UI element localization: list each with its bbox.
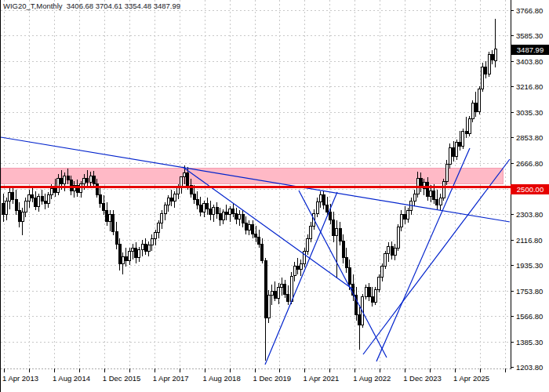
candle[interactable]	[342, 234, 344, 263]
candle[interactable]	[252, 220, 254, 238]
candle[interactable]	[381, 263, 384, 281]
candle[interactable]	[264, 258, 267, 361]
candle[interactable]	[141, 240, 144, 256]
price-chart-canvas[interactable]	[1, 0, 549, 392]
candle[interactable]	[436, 190, 438, 209]
candle[interactable]	[271, 285, 273, 306]
trendline[interactable]	[299, 191, 387, 358]
candle[interactable]	[80, 181, 82, 198]
candle[interactable]	[203, 201, 205, 217]
candle[interactable]	[474, 92, 477, 117]
candle[interactable]	[413, 190, 416, 206]
candle[interactable]	[319, 191, 322, 208]
candle[interactable]	[235, 208, 238, 224]
candle[interactable]	[465, 117, 467, 138]
candle[interactable]	[459, 131, 461, 151]
candle[interactable]	[31, 188, 34, 202]
candle[interactable]	[368, 283, 370, 301]
candle[interactable]	[391, 241, 393, 260]
candle[interactable]	[132, 244, 134, 260]
candle[interactable]	[122, 252, 124, 274]
candle[interactable]	[449, 143, 451, 169]
candle[interactable]	[170, 190, 173, 206]
chart-window[interactable]: WIG20_T,Monthly 3406.68 3704.61 3354.48 …	[0, 0, 549, 392]
candle[interactable]	[400, 210, 402, 231]
candle[interactable]	[5, 198, 8, 220]
candle[interactable]	[384, 251, 387, 269]
candle[interactable]	[229, 206, 231, 222]
candle[interactable]	[482, 63, 484, 92]
candle[interactable]	[333, 212, 335, 242]
trendline[interactable]	[265, 192, 337, 365]
candle[interactable]	[281, 278, 283, 296]
candle[interactable]	[442, 179, 445, 201]
candle[interactable]	[352, 274, 354, 301]
candle[interactable]	[216, 202, 218, 219]
candle[interactable]	[274, 281, 276, 301]
candle[interactable]	[365, 285, 367, 300]
candle[interactable]	[106, 202, 108, 226]
candle[interactable]	[326, 197, 329, 216]
candle[interactable]	[293, 262, 296, 281]
candle[interactable]	[164, 202, 166, 220]
candle[interactable]	[21, 208, 24, 236]
candle[interactable]	[345, 248, 347, 273]
candle[interactable]	[41, 190, 43, 205]
candle[interactable]	[468, 116, 471, 137]
candle[interactable]	[394, 244, 396, 260]
candle[interactable]	[112, 210, 115, 235]
candle[interactable]	[9, 187, 11, 209]
candle[interactable]	[115, 222, 118, 250]
candle[interactable]	[206, 198, 209, 214]
candle[interactable]	[38, 194, 40, 212]
candle[interactable]	[462, 129, 464, 150]
candle[interactable]	[109, 210, 111, 231]
candle[interactable]	[242, 210, 244, 227]
candle[interactable]	[18, 202, 20, 227]
candle[interactable]	[336, 220, 338, 278]
candle[interactable]	[35, 191, 37, 211]
candle[interactable]	[494, 19, 496, 67]
candle[interactable]	[135, 242, 137, 263]
candle[interactable]	[358, 305, 361, 350]
candle[interactable]	[99, 188, 101, 208]
candle[interactable]	[339, 222, 341, 245]
candle[interactable]	[471, 100, 474, 122]
candle[interactable]	[15, 190, 17, 215]
candle[interactable]	[456, 140, 458, 161]
candle[interactable]	[287, 285, 289, 305]
candle[interactable]	[296, 258, 299, 274]
candle[interactable]	[445, 160, 448, 185]
candle[interactable]	[410, 198, 413, 214]
candle[interactable]	[258, 230, 260, 248]
candle[interactable]	[278, 283, 280, 304]
candle[interactable]	[167, 195, 169, 212]
candle[interactable]	[488, 52, 490, 77]
candle[interactable]	[307, 234, 309, 256]
candle[interactable]	[28, 190, 31, 208]
candle[interactable]	[316, 198, 318, 217]
candle[interactable]	[355, 287, 358, 321]
candle[interactable]	[485, 61, 487, 78]
candle[interactable]	[371, 287, 373, 307]
candle[interactable]	[491, 50, 493, 64]
candle[interactable]	[213, 205, 215, 221]
candle[interactable]	[245, 216, 247, 234]
candle[interactable]	[407, 208, 409, 223]
candle[interactable]	[261, 238, 264, 263]
candle[interactable]	[222, 209, 224, 225]
candle[interactable]	[196, 191, 198, 209]
candle[interactable]	[44, 194, 46, 209]
candle[interactable]	[304, 248, 306, 267]
candle[interactable]	[267, 290, 270, 324]
candle[interactable]	[374, 287, 376, 305]
candle[interactable]	[209, 201, 212, 220]
candle[interactable]	[173, 191, 176, 208]
candle[interactable]	[397, 224, 399, 251]
candle[interactable]	[300, 260, 302, 276]
trendline[interactable]	[183, 167, 353, 289]
candle[interactable]	[151, 234, 153, 251]
candle[interactable]	[238, 210, 241, 226]
candle[interactable]	[199, 197, 202, 216]
candle[interactable]	[161, 210, 163, 228]
